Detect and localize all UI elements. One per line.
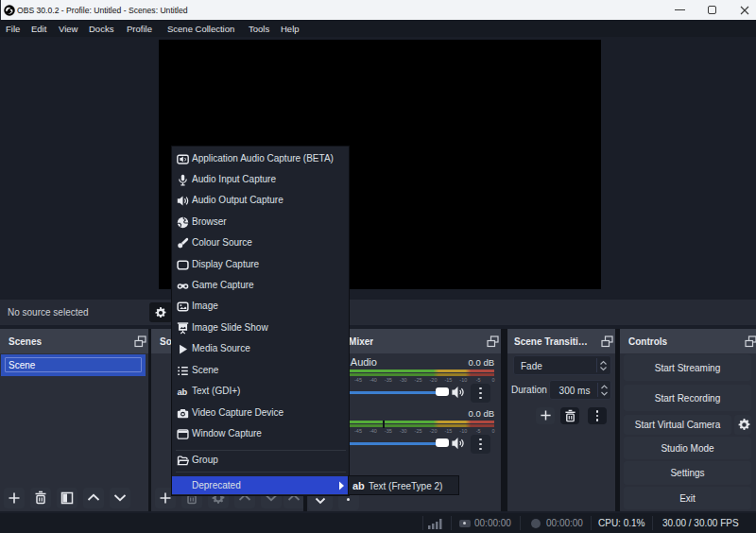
- svg-text:ab: ab: [177, 387, 187, 397]
